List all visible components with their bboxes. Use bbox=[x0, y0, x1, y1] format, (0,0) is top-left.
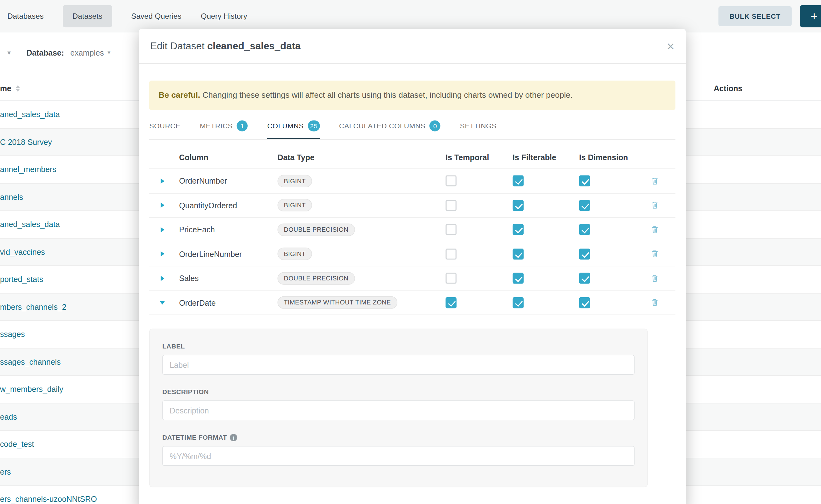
tab-label: CALCULATED COLUMNS bbox=[339, 122, 425, 130]
tab-metrics[interactable]: METRICS1 bbox=[200, 117, 248, 139]
column-name: OrderLineNumber bbox=[175, 250, 274, 258]
expand-caret-icon[interactable] bbox=[161, 227, 164, 232]
dataset-link[interactable]: aned_sales_data bbox=[0, 211, 60, 238]
description-field-label: DESCRIPTION bbox=[162, 388, 209, 396]
column-name: QuantityOrdered bbox=[175, 201, 274, 210]
dataset-link[interactable]: aned_sales_data bbox=[0, 101, 60, 128]
collapse-caret-icon[interactable]: ▾ bbox=[7, 48, 11, 56]
dataset-link[interactable]: ers_channels-uzooNNtSRO bbox=[0, 486, 97, 504]
is-filterable-checkbox[interactable] bbox=[513, 224, 524, 235]
delete-icon[interactable] bbox=[651, 299, 659, 307]
column-header: Column bbox=[175, 153, 274, 161]
modal-tabs: SOURCE METRICS1 COLUMNS25 CALCULATED COL… bbox=[149, 117, 675, 140]
expand-caret-icon[interactable] bbox=[161, 276, 164, 281]
is-filterable-checkbox[interactable] bbox=[513, 297, 524, 308]
columns-count-badge: 25 bbox=[308, 120, 320, 131]
warning-banner: Be careful. Changing these settings will… bbox=[149, 81, 675, 110]
is-filterable-checkbox[interactable] bbox=[513, 273, 524, 284]
add-dataset-button[interactable]: + bbox=[800, 5, 821, 27]
dropdown-caret-icon: ▾ bbox=[107, 49, 110, 56]
modal-title-prefix: Edit Dataset bbox=[150, 40, 204, 51]
delete-icon[interactable] bbox=[651, 201, 659, 210]
info-icon[interactable]: i bbox=[230, 434, 237, 441]
data-type-pill: DOUBLE PRECISION bbox=[277, 223, 354, 236]
datetime-format-input[interactable] bbox=[162, 446, 635, 466]
column-row: OrderNumber BIGINT bbox=[149, 169, 675, 193]
is-dimension-checkbox[interactable] bbox=[579, 273, 590, 284]
is-temporal-checkbox[interactable] bbox=[446, 200, 457, 211]
top-nav: Databases Datasets Saved Queries Query H… bbox=[0, 0, 821, 32]
nav-tab-datasets[interactable]: Datasets bbox=[63, 5, 112, 27]
bulk-select-button[interactable]: BULK SELECT bbox=[718, 6, 792, 26]
is-temporal-header: Is Temporal bbox=[440, 153, 507, 161]
tab-source[interactable]: SOURCE bbox=[149, 117, 180, 139]
column-detail-panel: LABEL DESCRIPTION DATETIME FORMAT i bbox=[149, 329, 648, 487]
dataset-link[interactable]: ssages bbox=[0, 321, 25, 348]
label-field-label: LABEL bbox=[162, 343, 185, 350]
dataset-link[interactable]: annels bbox=[0, 183, 23, 211]
is-filterable-checkbox[interactable] bbox=[513, 175, 524, 186]
datetime-format-field-label: DATETIME FORMAT bbox=[162, 434, 227, 441]
tab-settings[interactable]: SETTINGS bbox=[460, 117, 497, 139]
plus-icon: + bbox=[811, 9, 818, 23]
dataset-link[interactable]: eads bbox=[0, 403, 17, 431]
delete-icon[interactable] bbox=[651, 274, 659, 283]
tab-columns[interactable]: COLUMNS25 bbox=[267, 117, 319, 139]
dataset-link[interactable]: vid_vaccines bbox=[0, 238, 45, 266]
expand-caret-icon[interactable] bbox=[161, 178, 164, 184]
column-name: OrderNumber bbox=[175, 176, 274, 185]
delete-icon[interactable] bbox=[651, 250, 659, 258]
calculated-columns-count-badge: 0 bbox=[430, 120, 441, 131]
nav-tab-query-history[interactable]: Query History bbox=[201, 12, 247, 21]
close-icon[interactable]: × bbox=[667, 40, 674, 53]
tab-label: SETTINGS bbox=[460, 122, 497, 130]
database-filter-select[interactable]: examples ▾ bbox=[70, 48, 111, 57]
nav-tab-saved-queries[interactable]: Saved Queries bbox=[131, 12, 181, 21]
column-row-expanded: OrderDate TIMESTAMP WITHOUT TIME ZONE bbox=[149, 291, 675, 315]
is-temporal-checkbox[interactable] bbox=[446, 273, 457, 284]
is-dimension-checkbox[interactable] bbox=[579, 249, 590, 259]
column-name: OrderDate bbox=[175, 298, 274, 307]
label-field: LABEL bbox=[162, 343, 635, 375]
dataset-link[interactable]: code_test bbox=[0, 431, 34, 458]
column-row: QuantityOrdered BIGINT bbox=[149, 193, 675, 218]
sort-icon[interactable] bbox=[16, 85, 20, 91]
is-temporal-checkbox[interactable] bbox=[446, 175, 457, 186]
dataset-link[interactable]: ssages_channels bbox=[0, 348, 61, 376]
dataset-link[interactable]: mbers_channels_2 bbox=[0, 293, 66, 321]
is-temporal-checkbox[interactable] bbox=[446, 297, 457, 308]
dataset-link[interactable]: C 2018 Survey bbox=[0, 128, 52, 156]
is-dimension-checkbox[interactable] bbox=[579, 224, 590, 235]
is-dimension-checkbox[interactable] bbox=[579, 200, 590, 211]
expand-caret-icon[interactable] bbox=[161, 251, 164, 257]
collapse-caret-icon[interactable] bbox=[160, 301, 165, 304]
nav-tab-databases[interactable]: Databases bbox=[7, 12, 43, 21]
tab-label: METRICS bbox=[200, 122, 233, 130]
warning-text: Changing these settings will affect all … bbox=[200, 91, 573, 99]
is-filterable-checkbox[interactable] bbox=[513, 200, 524, 211]
data-type-header: Data Type bbox=[275, 153, 440, 161]
is-temporal-checkbox[interactable] bbox=[446, 249, 457, 259]
dataset-link[interactable]: ers bbox=[0, 458, 11, 486]
dataset-link[interactable]: annel_members bbox=[0, 156, 56, 183]
is-dimension-checkbox[interactable] bbox=[579, 297, 590, 308]
data-type-pill: BIGINT bbox=[277, 175, 312, 187]
delete-icon[interactable] bbox=[651, 225, 659, 234]
label-input[interactable] bbox=[162, 355, 635, 375]
description-input[interactable] bbox=[162, 400, 635, 420]
is-dimension-checkbox[interactable] bbox=[579, 175, 590, 186]
edit-dataset-modal: Edit Dataset cleaned_sales_data × Be car… bbox=[139, 29, 686, 504]
columns-table-header: Column Data Type Is Temporal Is Filterab… bbox=[149, 146, 675, 169]
expand-caret-icon[interactable] bbox=[161, 203, 164, 208]
name-column-header[interactable]: me bbox=[0, 84, 11, 92]
delete-icon[interactable] bbox=[651, 177, 659, 185]
is-filterable-checkbox[interactable] bbox=[513, 249, 524, 259]
column-name: Sales bbox=[175, 274, 274, 283]
modal-body: Be careful. Changing these settings will… bbox=[139, 81, 686, 487]
is-filterable-header: Is Filterable bbox=[507, 153, 573, 161]
data-type-pill: BIGINT bbox=[277, 248, 312, 260]
dataset-link[interactable]: ported_stats bbox=[0, 266, 43, 293]
dataset-link[interactable]: w_members_daily bbox=[0, 376, 63, 403]
tab-calculated-columns[interactable]: CALCULATED COLUMNS0 bbox=[339, 117, 441, 139]
is-temporal-checkbox[interactable] bbox=[446, 224, 457, 235]
